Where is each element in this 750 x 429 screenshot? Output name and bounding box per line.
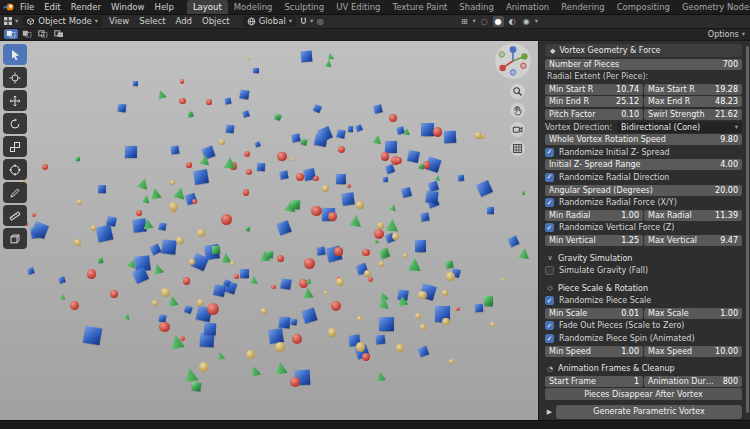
sphere-object[interactable]: [442, 290, 449, 297]
cube-object[interactable]: [342, 192, 355, 205]
cube-object[interactable]: [300, 139, 307, 146]
cone-object[interactable]: [372, 134, 382, 144]
cube-object[interactable]: [373, 104, 382, 113]
slider-field[interactable]: Min Speed1.00: [545, 346, 643, 357]
sphere-object[interactable]: [261, 308, 267, 314]
grid-ortho-icon[interactable]: [510, 141, 525, 156]
sphere-object[interactable]: [192, 199, 197, 204]
sphere-object[interactable]: [501, 278, 504, 281]
expand-icon[interactable]: ▶: [545, 408, 554, 416]
cube-object[interactable]: [149, 243, 161, 255]
cube-object[interactable]: [254, 141, 260, 147]
sphere-object[interactable]: [418, 291, 426, 299]
tool-move[interactable]: [3, 90, 27, 111]
sphere-object[interactable]: [275, 342, 285, 352]
sphere-object[interactable]: [221, 214, 232, 225]
shading-rendered-icon[interactable]: ◉: [521, 16, 532, 27]
cube-object[interactable]: [106, 216, 117, 227]
menu-window[interactable]: Window: [106, 0, 150, 14]
cube-object[interactable]: [418, 346, 430, 358]
checkbox-row[interactable]: ✓Randomize Piece Spin (Animated): [545, 333, 742, 344]
sphere-object[interactable]: [246, 350, 255, 359]
sphere-object[interactable]: [347, 184, 351, 188]
sphere-object[interactable]: [179, 98, 185, 104]
menu-render[interactable]: Render: [66, 0, 106, 14]
workspace-tab-geometry-nodes[interactable]: Geometry Nodes: [676, 0, 750, 14]
sphere-object[interactable]: [197, 229, 205, 237]
menu-file[interactable]: File: [15, 0, 39, 14]
cube-object[interactable]: [133, 218, 148, 233]
cone-object[interactable]: [521, 190, 527, 196]
sphere-object[interactable]: [296, 173, 304, 181]
sphere-object[interactable]: [74, 239, 81, 246]
cone-object[interactable]: [167, 295, 179, 307]
sphere-object[interactable]: [206, 99, 212, 105]
tool-transform[interactable]: [3, 159, 27, 180]
chevron-down-icon[interactable]: ▾: [472, 18, 475, 25]
cube-object[interactable]: [239, 90, 249, 100]
cube-object[interactable]: [301, 50, 312, 61]
sphere-object[interactable]: [403, 253, 407, 257]
shading-wireframe-icon[interactable]: ◌: [479, 16, 490, 27]
sphere-object[interactable]: [396, 344, 404, 352]
cube-object[interactable]: [75, 157, 80, 162]
slider-field[interactable]: Number of Pieces700: [545, 59, 742, 70]
sphere-object[interactable]: [381, 152, 390, 161]
sphere-object[interactable]: [356, 201, 364, 209]
pan-hand-icon[interactable]: [510, 103, 525, 118]
cube-object[interactable]: [201, 145, 215, 159]
cube-object[interactable]: [508, 236, 519, 247]
sphere-object[interactable]: [304, 258, 315, 269]
slider-field[interactable]: Max Vertical9.47: [644, 235, 742, 246]
workspace-tab-sculpting[interactable]: Sculpting: [278, 0, 330, 14]
slider-field[interactable]: Min Vertical1.25: [545, 235, 643, 246]
sphere-object[interactable]: [32, 213, 36, 217]
cube-object[interactable]: [445, 261, 453, 269]
cube-object[interactable]: [421, 212, 430, 221]
workspace-tab-uv-editing[interactable]: UV Editing: [330, 0, 386, 14]
slider-field[interactable]: Min Radial1.00: [545, 210, 643, 221]
proportional-editing-icon[interactable]: ◎: [315, 17, 325, 26]
sphere-object[interactable]: [377, 222, 385, 230]
checkbox[interactable]: ✓: [545, 334, 554, 343]
header-menu-object[interactable]: Object: [197, 14, 235, 28]
cube-object[interactable]: [484, 296, 493, 305]
sphere-object[interactable]: [334, 247, 342, 255]
select-mode-extend-icon[interactable]: [20, 29, 34, 39]
cube-object[interactable]: [385, 164, 396, 175]
slider-field[interactable]: Min Scale0.01: [545, 308, 643, 319]
sphere-object[interactable]: [243, 189, 249, 195]
sphere-object[interactable]: [161, 288, 170, 297]
cube-object[interactable]: [246, 226, 251, 231]
show-gizmo-icon[interactable]: ⊞: [459, 17, 469, 26]
sphere-object[interactable]: [299, 279, 308, 288]
sphere-object[interactable]: [219, 139, 225, 145]
cone-object[interactable]: [275, 361, 289, 375]
mode-dropdown[interactable]: Object Mode ▾: [22, 16, 102, 27]
cube-object[interactable]: [277, 221, 292, 236]
cube-object[interactable]: [82, 325, 102, 345]
generate-button[interactable]: Generate Parametric Vortex: [556, 405, 742, 419]
cone-object[interactable]: [385, 219, 398, 232]
zoom-icon[interactable]: [510, 84, 525, 99]
sphere-object[interactable]: [136, 210, 141, 215]
cube-object[interactable]: [301, 308, 318, 325]
cube-object[interactable]: [280, 171, 289, 180]
slider-field[interactable]: Pitch Factor0.10: [545, 109, 643, 120]
sphere-object[interactable]: [42, 164, 48, 170]
slider-field[interactable]: Min Start R10.74: [545, 84, 643, 95]
header-menu-add[interactable]: Add: [170, 14, 196, 28]
workspace-tab-shading[interactable]: Shading: [453, 0, 500, 14]
section-header[interactable]: ◇Piece Scale & Rotation: [545, 283, 742, 294]
cube-object[interactable]: [274, 113, 282, 121]
workspace-tab-compositing[interactable]: Compositing: [611, 0, 676, 14]
cube-object[interactable]: [337, 129, 347, 139]
section-header[interactable]: ◔Animation Frames & Cleanup: [545, 363, 742, 374]
cube-object[interactable]: [193, 169, 209, 185]
workspace-tab-layout[interactable]: Layout: [187, 0, 228, 14]
cube-object[interactable]: [487, 207, 494, 214]
cube-object[interactable]: [27, 267, 35, 275]
cone-object[interactable]: [183, 367, 199, 383]
cone-object[interactable]: [518, 248, 530, 260]
sphere-object[interactable]: [364, 270, 372, 278]
